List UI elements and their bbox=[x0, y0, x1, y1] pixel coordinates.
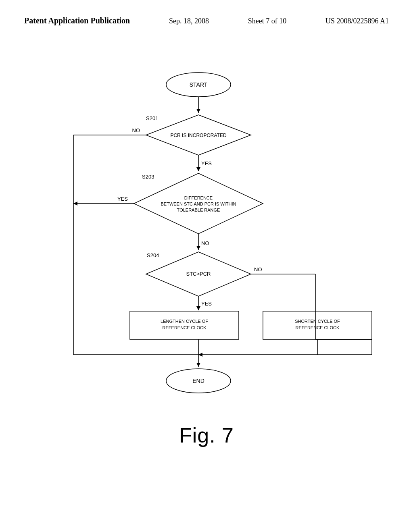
s204-label: S204 bbox=[147, 252, 159, 258]
figure-label: Fig. 7 bbox=[179, 423, 234, 447]
s204-yes-label: YES bbox=[201, 301, 212, 307]
s205-text-line2: REFERENCE CLOCK bbox=[163, 325, 206, 330]
s203-text-line1: DIFFERENCE bbox=[184, 195, 213, 200]
svg-marker-11 bbox=[196, 246, 200, 250]
s201-yes-label: YES bbox=[201, 160, 212, 166]
s203-text-line2: BETWEEN STC AND PCR IS WITHIN bbox=[161, 202, 236, 206]
s201-label: S201 bbox=[146, 115, 158, 121]
s201-text: PCR IS INCROPORATED bbox=[170, 133, 226, 138]
s204-no-label: NO bbox=[254, 266, 262, 272]
start-label: START bbox=[190, 81, 208, 88]
s204-text: STC>PCR bbox=[186, 271, 211, 277]
flowchart-diagram: START S201 PCR IS INCROPORATED NO YES S2… bbox=[25, 60, 388, 423]
publication-date: Sep. 18, 2008 bbox=[169, 17, 209, 25]
s203-label: S203 bbox=[142, 174, 154, 180]
end-label: END bbox=[192, 378, 204, 384]
page-header: Patent Application Publication Sep. 18, … bbox=[0, 0, 413, 25]
sheet-info: Sheet 7 of 10 bbox=[248, 17, 286, 25]
s205-text-line1: LENGTHEN CYCLE OF bbox=[161, 319, 208, 324]
patent-number: US 2008/0225896 A1 bbox=[325, 17, 389, 25]
svg-marker-20 bbox=[198, 353, 202, 357]
s203-yes-label: YES bbox=[117, 196, 128, 202]
svg-marker-15 bbox=[196, 306, 200, 310]
svg-marker-6 bbox=[196, 167, 200, 171]
s206-text-line2: REFERENCE CLOCK bbox=[296, 325, 340, 330]
svg-marker-23 bbox=[196, 363, 200, 367]
s203-no-label: NO bbox=[201, 240, 209, 246]
svg-marker-9 bbox=[73, 202, 77, 206]
svg-marker-2 bbox=[196, 109, 200, 113]
s201-no-label: NO bbox=[132, 127, 140, 133]
publication-title: Patent Application Publication bbox=[24, 16, 130, 25]
s206-text-line1: SHORTEN CYCLE OF bbox=[295, 319, 340, 324]
s203-text-line3: TOLERABLE RANGE bbox=[177, 208, 220, 212]
